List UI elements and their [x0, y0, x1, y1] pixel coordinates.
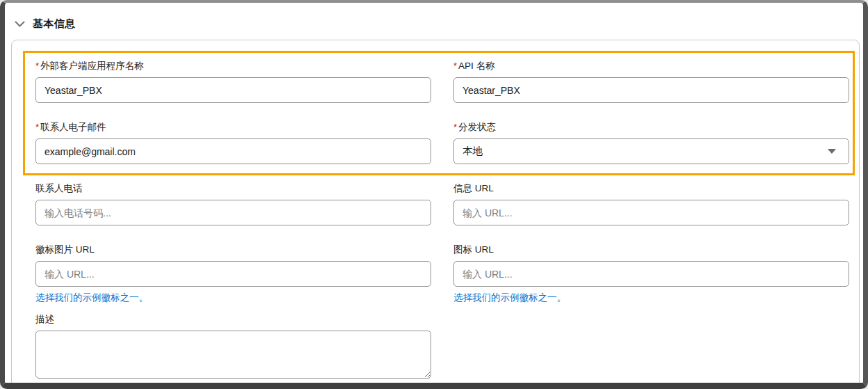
- icon-url-label: 图标 URL: [453, 243, 849, 256]
- section-card: *外部客户端应用程序名称 *API 名称 *联系人电子邮件 *分发状态 本地: [11, 40, 860, 383]
- field-contact-phone: 联系人电话: [35, 182, 431, 225]
- description-textarea[interactable]: [35, 331, 431, 379]
- logo-sample-link[interactable]: 选择我们的示例徽标之一。: [35, 291, 148, 304]
- field-logo-image-url: 徽标图片 URL 选择我们的示例徽标之一。: [35, 243, 431, 304]
- required-asterisk: *: [35, 122, 39, 132]
- api-name-input[interactable]: [453, 77, 849, 103]
- field-contact-email: *联系人电子邮件: [35, 120, 431, 164]
- contact-phone-input[interactable]: [35, 200, 431, 225]
- icon-sample-link[interactable]: 选择我们的示例徽标之一。: [453, 291, 566, 304]
- required-asterisk: *: [35, 61, 39, 71]
- description-label: 描述: [35, 312, 431, 326]
- app-name-input[interactable]: [35, 77, 431, 103]
- basic-info-panel: 基本信息 *外部客户端应用程序名称 *API 名称 *联系人电子邮件: [5, 3, 863, 383]
- logo-image-url-label: 徽标图片 URL: [35, 243, 431, 256]
- distribution-state-value: 本地: [463, 145, 483, 158]
- contact-phone-label: 联系人电话: [35, 182, 431, 195]
- section-header: 基本信息: [5, 3, 863, 33]
- form-grid: *外部客户端应用程序名称 *API 名称 *联系人电子邮件 *分发状态 本地: [35, 59, 849, 383]
- required-asterisk: *: [453, 61, 457, 71]
- section-title: 基本信息: [33, 17, 75, 31]
- api-name-label: *API 名称: [453, 59, 849, 72]
- logo-image-url-input[interactable]: [35, 261, 431, 287]
- chevron-down-icon[interactable]: [14, 18, 26, 30]
- info-url-input[interactable]: [453, 200, 849, 225]
- info-url-label: 信息 URL: [453, 182, 849, 195]
- contact-email-input[interactable]: [35, 138, 431, 164]
- field-api-name: *API 名称: [453, 59, 849, 103]
- contact-email-label: *联系人电子邮件: [35, 120, 431, 134]
- window-frame: 基本信息 *外部客户端应用程序名称 *API 名称 *联系人电子邮件: [0, 0, 868, 389]
- distribution-state-select[interactable]: 本地: [453, 138, 849, 164]
- icon-url-input[interactable]: [453, 261, 849, 287]
- distribution-state-label: *分发状态: [453, 120, 849, 134]
- field-description: 描述: [35, 312, 431, 381]
- triangle-down-icon: [828, 149, 836, 154]
- required-asterisk: *: [453, 122, 457, 132]
- field-app-name: *外部客户端应用程序名称: [35, 59, 431, 103]
- field-icon-url: 图标 URL 选择我们的示例徽标之一。: [453, 243, 849, 304]
- field-distribution-state: *分发状态 本地: [453, 120, 849, 164]
- app-name-label: *外部客户端应用程序名称: [35, 59, 431, 72]
- field-info-url: 信息 URL: [453, 182, 849, 225]
